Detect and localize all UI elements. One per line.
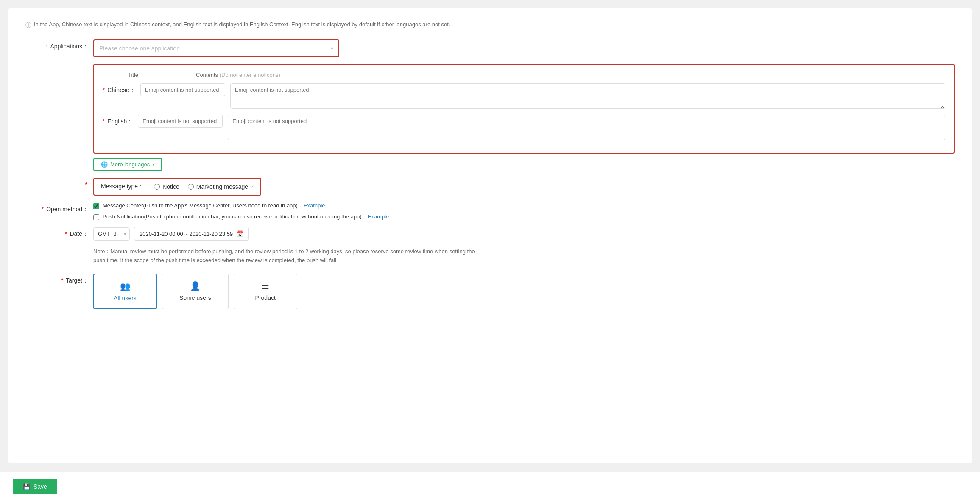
message-type-box: Message type： Notice Marketing message ? xyxy=(93,178,261,196)
date-row: * Date： GMT+8 2020-11-20 00:00 ~ 2020-11… xyxy=(25,227,955,241)
message-center-checkbox[interactable] xyxy=(93,203,99,209)
chinese-title-input[interactable] xyxy=(140,83,225,96)
target-row: * Target： 👥 All users 👤 Some users ☰ Pro… xyxy=(25,274,955,309)
message-type-label: Message type： xyxy=(101,183,144,190)
message-type-radio-group: Notice Marketing message ? xyxy=(154,183,254,190)
more-languages-button[interactable]: 🌐 More languages › xyxy=(93,158,162,171)
product-label: Product xyxy=(255,294,276,301)
target-buttons: 👥 All users 👤 Some users ☰ Product xyxy=(93,274,297,309)
more-languages-wrapper: 🌐 More languages › xyxy=(93,158,955,171)
message-center-example-link[interactable]: Example xyxy=(304,202,325,209)
help-icon[interactable]: ? xyxy=(251,184,254,190)
open-method-row: * Open method： Message Center(Push to th… xyxy=(25,202,955,220)
some-users-button[interactable]: 👤 Some users xyxy=(162,274,229,309)
contents-column-header: Contents (Do not enter emoticons) xyxy=(187,72,945,78)
marketing-radio[interactable] xyxy=(188,184,194,190)
notice-radio[interactable] xyxy=(154,184,160,190)
some-users-icon: 👤 xyxy=(190,281,201,291)
push-notification-checkbox[interactable] xyxy=(93,214,99,220)
push-notification-row: Push Notification(Push to phone notifica… xyxy=(93,213,389,220)
applications-placeholder: Please choose one application xyxy=(99,45,180,52)
message-type-row: * Message type： Notice Marketing message… xyxy=(25,178,955,196)
english-content-input[interactable] xyxy=(228,115,945,140)
footer-bar: 💾 Save xyxy=(0,472,980,501)
message-center-row: Message Center(Push to the App's Message… xyxy=(93,202,389,209)
date-label: * Date： xyxy=(25,227,93,238)
save-icon: 💾 xyxy=(23,483,30,490)
title-column-header: Title xyxy=(103,72,187,78)
applications-row: * Applications： Please choose one applic… xyxy=(25,39,955,57)
chinese-row: * Chinese： xyxy=(103,83,945,109)
content-box: Title Contents (Do not enter emoticons) … xyxy=(93,64,955,154)
date-area: GMT+8 2020-11-20 00:00 ~ 2020-11-20 23:5… xyxy=(93,227,249,241)
chinese-label: * Chinese： xyxy=(103,83,135,94)
arrow-right-icon: › xyxy=(152,161,154,168)
date-range-picker[interactable]: 2020-11-20 00:00 ~ 2020-11-20 23:59 📅 xyxy=(134,227,249,241)
all-users-icon: 👥 xyxy=(120,281,131,291)
notice-radio-item[interactable]: Notice xyxy=(154,183,179,190)
push-notification-example-link[interactable]: Example xyxy=(368,213,389,220)
date-range-text: 2020-11-20 00:00 ~ 2020-11-20 23:59 xyxy=(140,231,233,237)
applications-select[interactable]: Please choose one application ▾ xyxy=(94,40,338,56)
some-users-label: Some users xyxy=(179,294,211,301)
info-text: In the App, Chinese text is displayed in… xyxy=(34,21,450,28)
note-text: Note：Manual review must be performed bef… xyxy=(93,247,475,265)
product-button[interactable]: ☰ Product xyxy=(234,274,297,309)
all-users-button[interactable]: 👥 All users xyxy=(93,274,157,309)
globe-icon: 🌐 xyxy=(101,161,108,168)
content-header: Title Contents (Do not enter emoticons) xyxy=(103,72,945,78)
open-method-area: Message Center(Push to the App's Message… xyxy=(93,202,389,220)
applications-label: * Applications： xyxy=(25,39,93,50)
open-method-label: * Open method： xyxy=(25,202,93,213)
chevron-down-icon: ▾ xyxy=(331,45,333,51)
calendar-icon: 📅 xyxy=(236,230,243,237)
applications-select-wrapper[interactable]: Please choose one application ▾ xyxy=(93,39,339,57)
message-type-form-label: * xyxy=(25,178,93,188)
timezone-select[interactable]: GMT+8 xyxy=(93,227,130,241)
marketing-radio-item[interactable]: Marketing message ? xyxy=(188,183,254,190)
info-bar: ⓘ In the App, Chinese text is displayed … xyxy=(25,21,955,29)
required-star: * xyxy=(46,43,48,50)
target-label: * Target： xyxy=(25,274,93,285)
english-label: * English： xyxy=(103,115,133,126)
english-row: * English： xyxy=(103,115,945,140)
all-users-label: All users xyxy=(114,295,137,302)
info-icon: ⓘ xyxy=(25,22,31,29)
save-label: Save xyxy=(34,483,47,490)
timezone-wrapper: GMT+8 xyxy=(93,227,130,241)
english-title-input[interactable] xyxy=(138,115,223,128)
product-icon: ☰ xyxy=(262,281,269,291)
save-button[interactable]: 💾 Save xyxy=(13,479,57,494)
chinese-content-input[interactable] xyxy=(230,83,945,109)
